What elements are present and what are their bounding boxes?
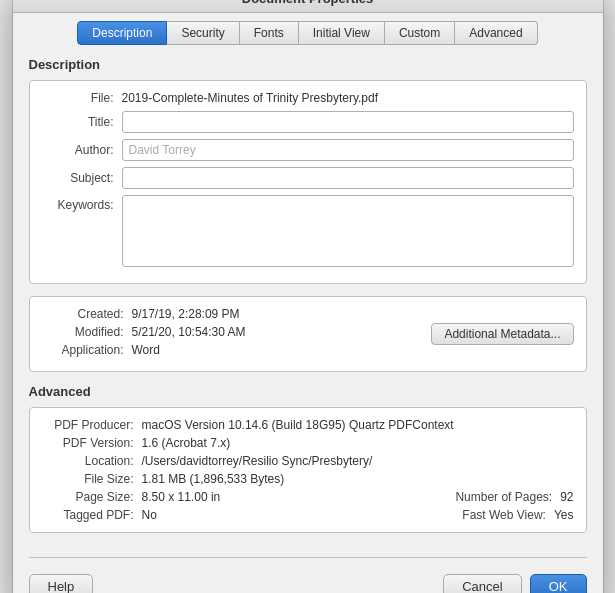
pdf-producer-label: PDF Producer: xyxy=(42,418,142,432)
pdf-version-label: PDF Version: xyxy=(42,436,142,450)
tab-custom[interactable]: Custom xyxy=(385,21,455,45)
additional-metadata-button[interactable]: Additional Metadata... xyxy=(431,323,573,345)
location-value: /Users/davidtorrey/Resilio Sync/Presbyte… xyxy=(142,454,574,468)
document-properties-dialog: Document Properties Description Security… xyxy=(13,0,603,593)
tab-security[interactable]: Security xyxy=(167,21,239,45)
advanced-section-title: Advanced xyxy=(29,384,587,399)
keywords-textarea[interactable] xyxy=(122,195,574,267)
pdf-version-value: 1.6 (Acrobat 7.x) xyxy=(142,436,574,450)
footer: Help Cancel OK xyxy=(13,566,603,594)
file-size-value: 1.81 MB (1,896,533 Bytes) xyxy=(142,472,574,486)
num-pages-label: Number of Pages: xyxy=(455,490,552,504)
file-row: File: 2019-Complete-Minutes of Trinity P… xyxy=(42,91,574,105)
subject-input[interactable] xyxy=(122,167,574,189)
file-value: 2019-Complete-Minutes of Trinity Presbyt… xyxy=(122,91,574,105)
cancel-button[interactable]: Cancel xyxy=(443,574,521,594)
content-area: Description File: 2019-Complete-Minutes … xyxy=(13,45,603,557)
num-pages-value: 92 xyxy=(560,490,573,504)
location-label: Location: xyxy=(42,454,142,468)
title-row: Title: xyxy=(42,111,574,133)
tagged-pdf-label: Tagged PDF: xyxy=(42,508,142,522)
file-size-label: File Size: xyxy=(42,472,142,486)
tab-advanced[interactable]: Advanced xyxy=(455,21,537,45)
description-section-title: Description xyxy=(29,57,587,72)
author-label: Author: xyxy=(42,143,122,157)
pdf-producer-value: macOS Version 10.14.6 (Build 18G95) Quar… xyxy=(142,418,574,432)
page-size-label: Page Size: xyxy=(42,490,142,504)
tabs-row: Description Security Fonts Initial View … xyxy=(13,13,603,45)
modified-value: 5/21/20, 10:54:30 AM xyxy=(132,325,432,339)
footer-divider xyxy=(29,557,587,558)
application-label: Application: xyxy=(42,343,132,357)
dialog-title: Document Properties xyxy=(242,0,373,6)
title-label: Title: xyxy=(42,115,122,129)
location-row: Location: /Users/davidtorrey/Resilio Syn… xyxy=(42,454,574,468)
metadata-section: Created: 9/17/19, 2:28:09 PM Modified: 5… xyxy=(29,296,587,372)
application-value: Word xyxy=(132,343,432,357)
fast-web-group: Fast Web View: Yes xyxy=(462,508,573,522)
footer-left: Help xyxy=(29,574,94,594)
keywords-row: Keywords: xyxy=(42,195,574,267)
advanced-form: PDF Producer: macOS Version 10.14.6 (Bui… xyxy=(29,407,587,533)
pdf-version-row: PDF Version: 1.6 (Acrobat 7.x) xyxy=(42,436,574,450)
subject-row: Subject: xyxy=(42,167,574,189)
title-bar: Document Properties xyxy=(13,0,603,13)
num-pages-group: Number of Pages: 92 xyxy=(455,490,573,504)
modified-label: Modified: xyxy=(42,325,132,339)
footer-right: Cancel OK xyxy=(443,574,586,594)
description-form: File: 2019-Complete-Minutes of Trinity P… xyxy=(29,80,587,284)
subject-label: Subject: xyxy=(42,171,122,185)
tab-description[interactable]: Description xyxy=(77,21,167,45)
fast-web-label: Fast Web View: xyxy=(462,508,546,522)
file-label: File: xyxy=(42,91,122,105)
page-size-row: Page Size: 8.50 x 11.00 in Number of Pag… xyxy=(42,490,574,504)
help-button[interactable]: Help xyxy=(29,574,94,594)
tab-initial-view[interactable]: Initial View xyxy=(299,21,385,45)
ok-button[interactable]: OK xyxy=(530,574,587,594)
tab-fonts[interactable]: Fonts xyxy=(240,21,299,45)
tagged-pdf-row: Tagged PDF: No Fast Web View: Yes xyxy=(42,508,574,522)
keywords-label: Keywords: xyxy=(42,195,122,212)
tagged-pdf-value: No xyxy=(142,508,463,522)
page-size-value: 8.50 x 11.00 in xyxy=(142,490,456,504)
created-value: 9/17/19, 2:28:09 PM xyxy=(132,307,432,321)
created-row: Created: 9/17/19, 2:28:09 PM Modified: 5… xyxy=(42,307,574,361)
fast-web-value: Yes xyxy=(554,508,574,522)
author-row: Author: xyxy=(42,139,574,161)
pdf-producer-row: PDF Producer: macOS Version 10.14.6 (Bui… xyxy=(42,418,574,432)
created-label: Created: xyxy=(42,307,132,321)
file-size-row: File Size: 1.81 MB (1,896,533 Bytes) xyxy=(42,472,574,486)
title-input[interactable] xyxy=(122,111,574,133)
author-input[interactable] xyxy=(122,139,574,161)
